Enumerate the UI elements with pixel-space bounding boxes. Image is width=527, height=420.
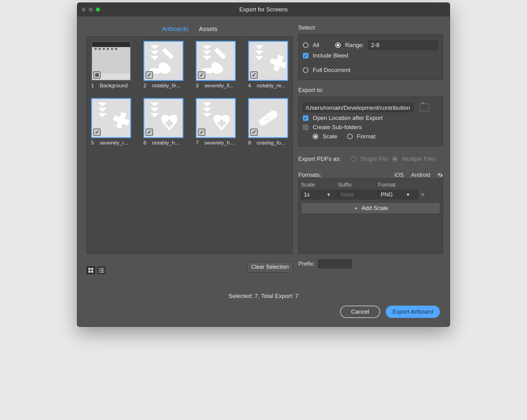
subfolder-format-label: Format	[357, 133, 376, 140]
radio-pdf-single	[351, 156, 356, 162]
include-bleed-label: Include Bleed	[313, 52, 348, 59]
open-location-checkbox[interactable]	[303, 115, 308, 121]
radio-subfolder-scale[interactable]	[313, 134, 318, 139]
export-to-label: Export to:	[298, 87, 443, 93]
artboard-checkbox[interactable]	[250, 129, 258, 136]
view-mode-toggle	[86, 266, 106, 274]
radio-all[interactable]	[303, 42, 308, 48]
artboard-thumbnail[interactable]	[143, 41, 183, 81]
select-panel: All Range: Include Bleed Full Document	[298, 34, 443, 80]
export-for-screens-dialog: Export for Screens Artboards Assets 1Bac…	[77, 2, 450, 327]
artboard-thumbnail[interactable]	[196, 98, 236, 138]
artboard-label: 5severely_r...	[91, 140, 131, 146]
prefix-label: Prefix:	[298, 260, 315, 267]
grid-view-button[interactable]	[86, 266, 95, 274]
artboard-item[interactable]: 7severely_h...	[196, 98, 236, 146]
cancel-button[interactable]: Cancel	[340, 306, 380, 318]
artboard-label: 7severely_h...	[196, 140, 236, 146]
include-bleed-checkbox[interactable]	[303, 53, 308, 58]
selection-status: Selected: 7, Total Export: 7	[77, 293, 450, 299]
radio-full-document[interactable]	[303, 67, 308, 73]
artboard-label: 2notably_fir...	[143, 83, 183, 89]
plus-icon: ＋	[353, 204, 359, 212]
pdf-single-label: Single File	[360, 156, 388, 162]
close-window-button[interactable]	[82, 7, 86, 12]
artboard-checkbox[interactable]	[93, 71, 101, 79]
svg-rect-17	[166, 122, 173, 125]
svg-point-6	[107, 48, 109, 50]
artboards-panel: 1Background2notably_fir...3severely_fi..…	[86, 36, 293, 254]
create-subfolders-checkbox[interactable]	[303, 125, 308, 130]
formats-label: Formats:	[298, 172, 321, 178]
artboard-thumbnail[interactable]	[143, 98, 183, 138]
tab-artboards[interactable]: Artboards	[161, 24, 189, 34]
range-label: Range:	[345, 42, 364, 49]
svg-rect-1	[92, 42, 130, 47]
artboard-thumbnail[interactable]	[248, 41, 288, 81]
remove-row-icon[interactable]: ✕	[418, 191, 427, 198]
artboard-checkbox[interactable]	[93, 129, 101, 136]
svg-rect-36	[101, 272, 104, 273]
artboard-checkbox[interactable]	[198, 129, 205, 136]
artboard-item[interactable]: 5severely_r...	[91, 98, 131, 146]
artboard-label: 4notably_re...	[248, 83, 288, 89]
add-scale-button[interactable]: ＋ Add Scale	[301, 202, 440, 214]
prefix-input[interactable]	[318, 259, 352, 268]
scale-dropdown[interactable]: 1x▾	[301, 190, 338, 199]
subfolder-scale-label: Scale	[323, 133, 337, 140]
android-preset-link[interactable]: Android	[411, 172, 430, 178]
clear-selection-button[interactable]: Clear Selection	[247, 262, 293, 272]
radio-pdf-multiple	[392, 156, 398, 162]
artboard-item[interactable]: 8craving_fo...	[248, 98, 288, 146]
browse-folder-icon[interactable]	[420, 104, 429, 112]
artboard-item[interactable]: 3severely_fi...	[196, 41, 236, 89]
tabs: Artboards Assets	[86, 24, 293, 34]
svg-rect-20	[218, 122, 226, 125]
artboard-checkbox[interactable]	[250, 71, 258, 79]
svg-rect-33	[99, 270, 100, 271]
svg-point-5	[103, 48, 105, 50]
artboard-label: 6notably_h...	[143, 140, 183, 146]
range-input[interactable]	[368, 41, 438, 50]
artboard-item[interactable]: 4notably_re...	[248, 41, 288, 89]
artboard-label: 1Background	[91, 83, 131, 89]
artboard-item[interactable]: 6notably_h...	[143, 98, 183, 146]
chevron-down-icon: ▾	[398, 191, 418, 198]
svg-rect-35	[99, 272, 100, 273]
full-document-label: Full Document	[313, 67, 351, 73]
radio-range[interactable]	[335, 42, 341, 48]
window-title: Export for Screens	[77, 6, 450, 13]
artboard-checkbox[interactable]	[198, 71, 205, 79]
svg-rect-32	[101, 268, 104, 269]
artboard-checkbox[interactable]	[146, 129, 153, 136]
list-view-button[interactable]	[97, 266, 106, 274]
artboard-thumbnail[interactable]	[91, 98, 131, 138]
artboard-thumbnail[interactable]	[196, 41, 236, 81]
col-format: Format	[378, 182, 418, 188]
export-path-field[interactable]: /Users/romain/Development/contribution	[303, 103, 414, 112]
artboard-item[interactable]: 1Background	[91, 41, 131, 89]
format-row: 1x▾ PNG▾ ✕	[301, 190, 440, 199]
all-label: All	[313, 42, 319, 49]
zoom-window-button[interactable]	[96, 7, 100, 12]
format-dropdown[interactable]: PNG▾	[378, 190, 418, 199]
svg-point-4	[99, 48, 101, 50]
artboard-thumbnail[interactable]	[91, 41, 131, 81]
create-subfolders-label: Create Sub-folders	[313, 124, 362, 131]
svg-rect-30	[91, 271, 93, 273]
svg-point-3	[95, 48, 97, 50]
suffix-input[interactable]	[338, 190, 378, 199]
pdf-multiple-label: Multiple Files	[402, 156, 436, 162]
ios-preset-link[interactable]: iOS	[394, 172, 404, 178]
export-to-panel: /Users/romain/Development/contribution O…	[298, 97, 443, 146]
gear-icon[interactable]	[437, 172, 443, 178]
export-artboard-button[interactable]: Export Artboard	[386, 306, 440, 318]
artboard-item[interactable]: 2notably_fir...	[143, 41, 183, 89]
open-location-label: Open Location after Export	[313, 115, 383, 121]
artboard-thumbnail[interactable]	[248, 98, 288, 138]
svg-point-8	[115, 48, 117, 50]
tab-assets[interactable]: Assets	[198, 24, 218, 34]
minimize-window-button[interactable]	[89, 7, 93, 12]
artboard-checkbox[interactable]	[146, 71, 153, 79]
radio-subfolder-format[interactable]	[347, 134, 353, 139]
